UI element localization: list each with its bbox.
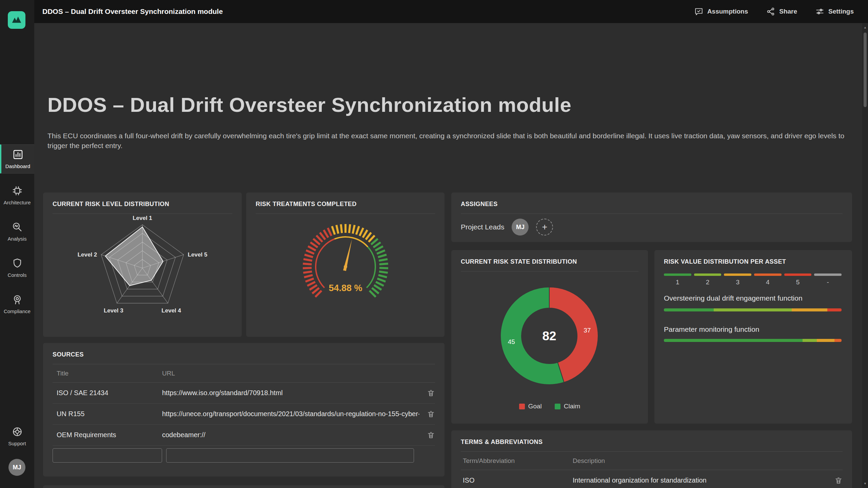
term: ISO (461, 476, 573, 484)
risk-scale (664, 273, 842, 276)
sidebar-item-architecture[interactable]: Architecture (0, 181, 34, 209)
share-button[interactable]: Share (766, 7, 797, 16)
chart-legend: Goal Claim (451, 403, 648, 410)
sidebar-item-controls[interactable]: Controls (0, 253, 34, 282)
add-assignee-button[interactable]: + (536, 219, 553, 236)
svg-text:Level 2: Level 2 (78, 251, 97, 258)
app-logo[interactable] (8, 11, 25, 29)
legend-item-goal: Goal (519, 403, 542, 410)
svg-text:45: 45 (508, 338, 515, 345)
svg-text:Level 5: Level 5 (188, 251, 208, 258)
sidebar: Dashboard Architecture Analysis Controls… (0, 0, 34, 488)
risk-scale-label: 4 (754, 279, 782, 286)
risk-scale-segment (814, 273, 842, 276)
assumptions-button[interactable]: Assumptions (694, 7, 748, 16)
project-leads-label: Project Leads (461, 223, 504, 231)
table-row[interactable]: OEM Requirements codebeamer:// (53, 425, 435, 446)
delete-source-button[interactable] (427, 389, 435, 398)
table-header-row: Term/Abbreviation Description (461, 452, 843, 470)
table-row[interactable]: ISO / SAE 21434 https://www.iso.org/stan… (53, 383, 435, 404)
column-header: Term/Abbreviation (461, 457, 573, 465)
asset-name: Parameter monitoring function (664, 325, 759, 333)
card-title: CURRENT RISK STATE DISTRIBUTION (461, 258, 638, 265)
trash-icon (427, 389, 435, 398)
svg-text:37: 37 (584, 327, 591, 334)
risk-scale-label: 5 (784, 279, 812, 286)
legend-item-claim: Claim (555, 403, 580, 410)
assumptions-icon (694, 7, 703, 16)
delete-term-button[interactable] (834, 476, 843, 485)
svg-text:82: 82 (542, 329, 556, 343)
sidebar-item-label: Analysis (8, 236, 27, 242)
source-title: OEM Requirements (53, 431, 162, 439)
asset-risk-bar (664, 308, 842, 311)
compliance-icon (12, 294, 23, 305)
sidebar-item-label: Support (8, 441, 26, 446)
asset-risk-bar (664, 339, 842, 342)
legend-swatch (555, 404, 560, 409)
svg-text:54.88 %: 54.88 % (329, 283, 362, 293)
scroll-down-arrow[interactable]: ▼ (862, 479, 868, 488)
column-header: URL (162, 370, 419, 377)
svg-text:Level 1: Level 1 (133, 215, 152, 221)
logo-mark-icon (10, 13, 23, 27)
assumptions-label: Assumptions (707, 8, 748, 15)
column-header: Title (53, 370, 162, 377)
next-card-partial (43, 485, 445, 488)
assignees-card: ASSIGNEES Project Leads MJ + (451, 192, 852, 242)
share-icon (766, 7, 775, 16)
support-icon (12, 426, 23, 438)
scrollbar[interactable]: ▲ ▼ (862, 23, 868, 488)
table-row[interactable]: UN R155 https://unece.org/transport/docu… (53, 404, 435, 425)
top-bar: DDOS – Dual Drift Oversteer Synchronizat… (0, 0, 868, 23)
risk-scale-segment (784, 273, 812, 276)
term-description: International organization for standardi… (573, 476, 827, 484)
sidebar-item-label: Architecture (3, 200, 31, 205)
shield-icon (12, 258, 23, 269)
header-actions: Assumptions Share Settings (694, 0, 854, 23)
dashboard-icon (12, 149, 24, 160)
risk-scale-segment (754, 273, 782, 276)
sidebar-item-label: Dashboard (5, 163, 30, 169)
card-title: CURRENT RISK LEVEL DISTRIBUTION (53, 201, 232, 208)
trash-icon (834, 476, 843, 485)
settings-button[interactable]: Settings (815, 7, 854, 16)
sidebar-item-support[interactable]: Support (0, 422, 34, 450)
sidebar-item-compliance[interactable]: Compliance (0, 290, 34, 318)
assignee-avatar[interactable]: MJ (512, 219, 529, 236)
card-title: RISK VALUE DISTRIBUTION PER ASSET (664, 258, 843, 265)
new-source-url-input[interactable] (166, 448, 414, 463)
new-source-title-input[interactable] (53, 448, 162, 463)
sidebar-item-analysis[interactable]: Analysis (0, 217, 34, 246)
asset-bar-segment (664, 339, 803, 342)
delete-source-button[interactable] (427, 410, 435, 419)
svg-text:Level 3: Level 3 (104, 307, 123, 314)
legend-label: Goal (528, 403, 542, 410)
svg-text:Level 4: Level 4 (161, 307, 181, 314)
user-avatar[interactable]: MJ (8, 459, 25, 476)
card-title: TERMS & ABBREVIATIONS (461, 439, 843, 446)
trash-icon (427, 431, 435, 440)
column-header: Description (573, 457, 827, 465)
scrollbar-thumb[interactable] (864, 33, 867, 107)
table-header-row: Title URL (53, 364, 435, 383)
risk-scale-label: - (814, 279, 842, 286)
table-row[interactable]: ISO International organization for stand… (461, 470, 843, 488)
risk-scale-label: 1 (664, 279, 691, 286)
sidebar-item-dashboard[interactable]: Dashboard (0, 144, 34, 174)
card-title: SOURCES (53, 351, 435, 358)
sidebar-item-label: Controls (8, 272, 27, 278)
legend-swatch (519, 404, 525, 409)
delete-source-button[interactable] (427, 431, 435, 440)
risk-scale-label: 3 (724, 279, 751, 286)
treatments-gauge-chart: 54.88 % (281, 216, 410, 328)
asset-bar-segment (827, 308, 842, 311)
analysis-icon (12, 221, 23, 233)
trash-icon (427, 410, 435, 419)
asset-bar-segment (803, 339, 817, 342)
risk-state-donut-chart: 374582 (461, 271, 638, 400)
asset-bar-segment (714, 308, 792, 311)
risk-level-distribution-card: CURRENT RISK LEVEL DISTRIBUTION Level 1L… (43, 192, 242, 337)
risk-scale-labels: 12345- (664, 279, 842, 286)
scroll-up-arrow[interactable]: ▲ (862, 23, 868, 32)
